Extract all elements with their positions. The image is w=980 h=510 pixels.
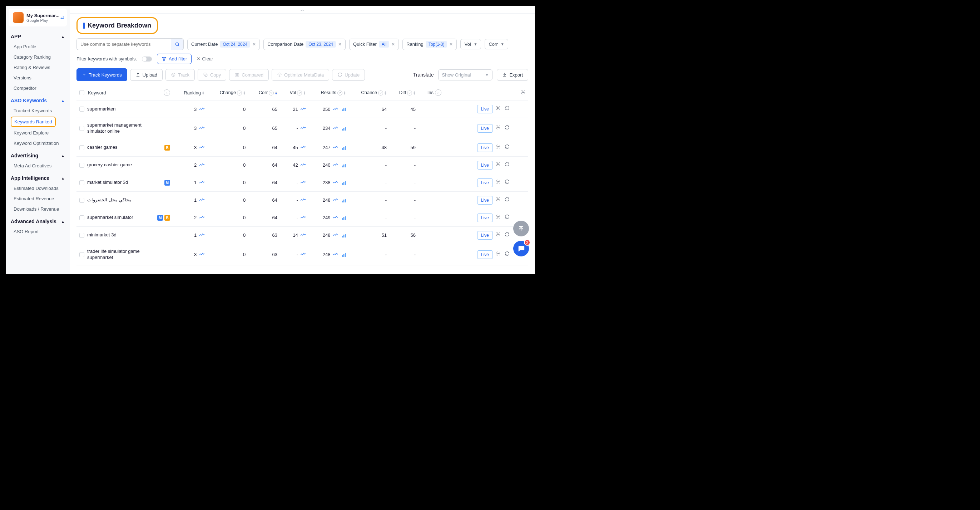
export-button[interactable]: Export — [497, 69, 528, 81]
clear-button[interactable]: ✕ Clear — [197, 56, 213, 62]
col-corr[interactable]: Corr?▲▼ — [248, 85, 280, 100]
row-refresh-icon[interactable] — [505, 145, 510, 150]
nav-section-advertising[interactable]: Advertising▲ — [6, 148, 70, 161]
col-diff[interactable]: Diff?▲▼ — [390, 85, 418, 100]
svg-rect-13 — [345, 108, 346, 111]
track-keywords-button[interactable]: ＋ Track Keywords — [76, 68, 127, 81]
nav-item-aso-report[interactable]: ASO Report — [6, 226, 70, 237]
live-button[interactable]: Live — [477, 196, 493, 205]
close-icon[interactable]: ✕ — [449, 42, 453, 47]
filter-icon — [162, 56, 167, 62]
row-refresh-icon[interactable] — [505, 232, 510, 238]
close-icon[interactable]: ✕ — [338, 42, 342, 47]
nav-item-meta-ad-creatives[interactable]: Meta Ad Creatives — [6, 161, 70, 171]
col-keyword[interactable]: Keyword ‹ — [76, 85, 173, 100]
track-button[interactable]: Track — [165, 69, 195, 81]
cell-chance: 48 — [349, 139, 390, 156]
add-filter-button[interactable]: Add filter — [157, 54, 192, 64]
nav-section-aso-keywords[interactable]: ASO Keywords▲ — [6, 93, 70, 105]
symbol-filter-toggle[interactable] — [142, 56, 152, 62]
svg-point-14 — [498, 107, 499, 109]
row-checkbox[interactable] — [80, 252, 84, 257]
row-checkbox[interactable] — [80, 126, 84, 131]
row-checkbox[interactable] — [80, 215, 84, 220]
col-results[interactable]: Results?▲▼ — [309, 85, 348, 100]
nav-item-downloads-/-revenue[interactable]: Downloads / Revenue — [6, 204, 70, 214]
close-icon[interactable]: ✕ — [391, 42, 395, 47]
row-checkbox[interactable] — [80, 198, 84, 203]
select-all-checkbox[interactable] — [80, 90, 84, 95]
quick-filter[interactable]: Quick Filter All ✕ — [349, 38, 399, 50]
row-refresh-icon[interactable] — [505, 197, 510, 203]
row-refresh-icon[interactable] — [505, 106, 510, 112]
row-checkbox[interactable] — [80, 233, 84, 238]
nav-item-estimated-downloads[interactable]: Estimated Downloads — [6, 183, 70, 193]
app-selector[interactable]: My Supermar... Google Play ⇄ — [9, 9, 67, 27]
col-ranking[interactable]: Ranking▲▼ — [173, 85, 207, 100]
update-button[interactable]: Update — [332, 69, 365, 81]
row-settings-icon[interactable] — [495, 197, 500, 203]
row-settings-icon[interactable] — [495, 106, 500, 112]
col-settings[interactable] — [514, 85, 528, 100]
optimize-button[interactable]: Optimize MetaData — [272, 69, 329, 81]
row-refresh-icon[interactable] — [505, 125, 510, 131]
upload-button[interactable]: Upload — [130, 69, 162, 81]
current-date-filter[interactable]: Current Date Oct 24, 2024 ✕ — [187, 38, 260, 50]
nav-section-app-intelligence[interactable]: App Intelligence▲ — [6, 171, 70, 183]
nav-section-app[interactable]: APP▲ — [6, 29, 70, 41]
prev-page-icon[interactable]: ‹ — [164, 89, 170, 96]
copy-button[interactable]: Copy — [198, 69, 226, 81]
row-settings-icon[interactable] — [495, 162, 500, 168]
row-refresh-icon[interactable] — [505, 162, 510, 168]
row-checkbox[interactable] — [80, 145, 84, 150]
col-ins[interactable]: Ins › — [418, 85, 444, 100]
live-button[interactable]: Live — [477, 143, 493, 152]
row-checkbox[interactable] — [80, 163, 84, 168]
live-button[interactable]: Live — [477, 214, 493, 222]
row-settings-icon[interactable] — [495, 180, 500, 185]
nav-section-advanced-analysis[interactable]: Advanced Analysis▲ — [6, 214, 70, 226]
row-checkbox[interactable] — [80, 180, 84, 185]
comparison-date-filter[interactable]: Comparison Date Oct 23, 2024 ✕ — [263, 38, 345, 50]
nav-item-category-ranking[interactable]: Category Ranking — [6, 52, 70, 62]
scroll-top-button[interactable] — [513, 221, 529, 236]
close-icon[interactable]: ✕ — [252, 42, 256, 47]
row-refresh-icon[interactable] — [505, 180, 510, 185]
next-page-icon[interactable]: › — [435, 89, 441, 96]
ranking-filter[interactable]: Ranking Top(1-3) ✕ — [402, 38, 457, 50]
col-chance[interactable]: Chance?▲▼ — [349, 85, 390, 100]
nav-item-estimated-revenue[interactable]: Estimated Revenue — [6, 193, 70, 204]
live-button[interactable]: Live — [477, 178, 493, 187]
nav-item-rating-&-reviews[interactable]: Rating & Reviews — [6, 62, 70, 73]
row-checkbox[interactable] — [80, 107, 84, 112]
nav-item-keywords-ranked[interactable]: Keywords Ranked — [11, 116, 56, 127]
col-change[interactable]: Change?▲▼ — [207, 85, 248, 100]
nav-item-keyword-explore[interactable]: Keyword Explore — [6, 128, 70, 138]
translate-select[interactable]: Show Original ▼ — [438, 69, 493, 80]
row-settings-icon[interactable] — [495, 125, 500, 131]
search-button[interactable] — [171, 38, 184, 50]
live-button[interactable]: Live — [477, 124, 493, 133]
corr-filter[interactable]: Corr ▼ — [485, 39, 508, 49]
live-button[interactable]: Live — [477, 231, 493, 240]
live-button[interactable]: Live — [477, 105, 493, 113]
vol-filter[interactable]: Vol ▼ — [460, 39, 481, 49]
collapse-bar[interactable]: ︽ — [70, 6, 535, 14]
nav-item-keyword-optimization[interactable]: Keyword Optimization — [6, 138, 70, 148]
live-button[interactable]: Live — [477, 250, 493, 259]
row-settings-icon[interactable] — [495, 252, 500, 257]
row-refresh-icon[interactable] — [505, 215, 510, 220]
nav-item-versions[interactable]: Versions — [6, 73, 70, 83]
nav-item-app-profile[interactable]: App Profile — [6, 41, 70, 52]
row-settings-icon[interactable] — [495, 215, 500, 220]
compared-button[interactable]: Compared — [229, 69, 269, 81]
live-button[interactable]: Live — [477, 161, 493, 169]
row-settings-icon[interactable] — [495, 145, 500, 150]
row-settings-icon[interactable] — [495, 232, 500, 238]
swap-icon[interactable]: ⇄ — [60, 15, 64, 20]
row-refresh-icon[interactable] — [505, 252, 510, 257]
nav-item-competitor[interactable]: Competitor — [6, 83, 70, 93]
nav-item-tracked-keywords[interactable]: Tracked Keywords — [6, 105, 70, 116]
search-input[interactable] — [76, 38, 171, 50]
chat-button[interactable]: 2 — [513, 241, 529, 257]
